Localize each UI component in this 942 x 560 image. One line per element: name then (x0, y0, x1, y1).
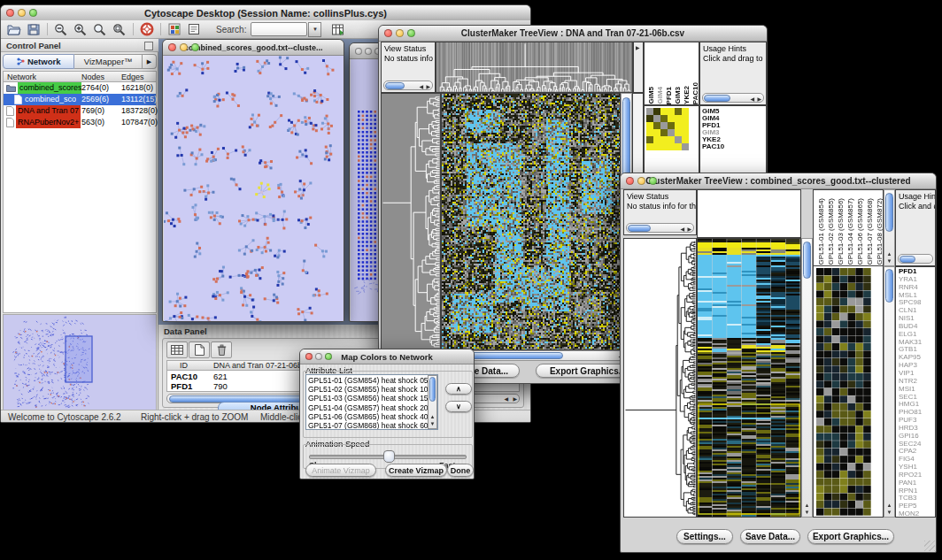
genes-vscrollbar[interactable] (884, 266, 895, 518)
table-cell-value[interactable]: 621 (213, 372, 228, 381)
save-session-button[interactable] (24, 22, 43, 37)
minimize-button[interactable] (18, 9, 26, 17)
column-label[interactable]: GPL51-08 (GSM872) (876, 198, 884, 265)
network1-titlebar[interactable]: combined_scores_good.txt--cluste... (163, 40, 344, 56)
slider-thumb[interactable] (383, 450, 395, 463)
column-header-network[interactable]: Network (7, 73, 36, 81)
column-label[interactable]: GPL51-02 (GSM855) (827, 198, 835, 265)
dialog-titlebar[interactable]: Map Colors to Network (300, 349, 474, 364)
table-cell-value[interactable]: 790 (213, 381, 228, 391)
gene-label[interactable]: MON2 (899, 510, 935, 518)
usage-hints-scrollbar[interactable] (702, 93, 764, 103)
network-row-selected[interactable]: combined_sco 2569(6) 13112(15) (4, 94, 156, 105)
row-dendrogram-canvas[interactable] (623, 238, 697, 518)
column-label[interactable]: GPL51-03 (GSM856) (837, 198, 845, 265)
zoom-window-button[interactable] (29, 9, 37, 17)
attribute-list-item[interactable]: GPL51-01 (GSM854) heat shock 05 min (308, 376, 436, 385)
heatmap-vscrollbar[interactable] (801, 238, 813, 518)
gene-labels-panel[interactable]: PFD1YRA1RNR4MSL1SPC98CLN1NIS1BUD4ELG1MAK… (895, 266, 936, 518)
close-button[interactable] (6, 9, 14, 17)
treeview1-titlebar[interactable]: ClusterMaker TreeView : DNA and Tran 07-… (379, 26, 767, 42)
table-cell-id[interactable]: PAC10 (171, 372, 197, 381)
zoom-heatmap-canvas[interactable] (816, 268, 871, 516)
column-label[interactable]: GPL51-07 (GSM868) (866, 198, 874, 265)
zoom-out-icon[interactable] (51, 22, 71, 37)
column-tree-area[interactable] (697, 189, 801, 238)
tab-network[interactable]: Network (3, 54, 74, 69)
treeview2-titlebar[interactable]: ClusterMaker TreeView : combined_scores_… (621, 173, 936, 189)
network-row-rnapuber[interactable]: RNAPuberNov2+ 563(0) 107847(0) (4, 117, 156, 128)
column-labels-panel[interactable]: GPL51-01 (GSM854)GPL51-02 (GSM855)GPL51-… (813, 189, 884, 266)
animate-vizmap-button[interactable]: Animate Vizmap (305, 464, 376, 477)
new-attribute-icon[interactable] (189, 341, 210, 358)
delete-attribute-icon[interactable] (211, 341, 232, 358)
move-up-button[interactable]: ∧ (445, 383, 472, 395)
column-label[interactable]: GPL51-06 (GSM865) (856, 198, 864, 265)
close-button[interactable] (305, 353, 313, 360)
search-dropdown-button[interactable]: ▼ (308, 22, 321, 37)
create-vizmap-button[interactable]: Create Vizmap (385, 464, 447, 477)
column-label[interactable]: YKE2 (683, 86, 691, 104)
network-view-canvas[interactable] (164, 56, 344, 322)
tab-overflow-button[interactable]: ▶ (143, 54, 157, 69)
network-row-combined-scores[interactable]: combined_scores 2764(0) 16218(0) (4, 82, 156, 94)
minimize-button[interactable] (637, 177, 645, 185)
column-header-attribute[interactable]: DNA and Tran 07-21-06b (213, 361, 302, 370)
save-data-button[interactable]: Save Data... (740, 529, 800, 544)
column-label[interactable]: GPL51-04 (GSM857) (846, 198, 854, 265)
attribute-list-item[interactable]: GPL51-06 (GSM865) heat shock 40 min (308, 412, 436, 421)
column-label[interactable]: PFD1 (665, 87, 673, 104)
labels-vscrollbar[interactable] (884, 189, 895, 266)
attribute-list-item[interactable]: GPL51-03 (GSM856) heat shock 15 min (308, 394, 436, 403)
zoom-selected-icon[interactable] (90, 22, 110, 37)
attribute-listbox[interactable]: GPL51-01 (GSM854) heat shock 05 minGPL51… (305, 374, 438, 430)
minimize-button[interactable] (315, 353, 322, 360)
search-input[interactable] (251, 22, 307, 36)
row-dendrogram-canvas[interactable] (381, 93, 441, 350)
attribute-list-item[interactable]: GPL51-04 (GSM857) heat shock 20 min (308, 403, 436, 412)
open-session-button[interactable] (4, 22, 24, 37)
birdseye-overview-canvas[interactable] (3, 314, 157, 411)
attribute-list-item[interactable]: GPL51-07 (GSM868) heat shock 60 min (308, 421, 436, 430)
help-lifering-icon[interactable] (137, 22, 157, 37)
view-status-scrollbar[interactable] (383, 81, 433, 90)
import-table-icon[interactable] (328, 22, 348, 37)
main-heatmap-canvas[interactable] (697, 238, 801, 518)
close-button[interactable] (384, 29, 392, 37)
settings-button[interactable]: Settings... (676, 529, 733, 544)
column-label[interactable]: PAC10 (691, 82, 699, 104)
attribute-select-icon[interactable] (166, 341, 188, 358)
zoom-window-button[interactable] (407, 29, 415, 37)
zoom-heatmap-canvas[interactable] (646, 108, 689, 150)
zoom-fit-icon[interactable] (110, 22, 129, 37)
usage-hints-scrollbar[interactable] (898, 254, 933, 264)
column-header-nodes[interactable]: Nodes (81, 73, 104, 81)
animation-speed-slider[interactable] (309, 450, 465, 461)
column-label[interactable]: GIM4 (656, 87, 664, 104)
close-button[interactable] (626, 177, 634, 185)
column-header-id[interactable]: ID (180, 361, 188, 370)
listbox-scrollbar[interactable] (428, 375, 437, 429)
zoom-window-button[interactable] (191, 43, 199, 51)
vizmapper-icon[interactable] (165, 22, 184, 37)
minimize-button[interactable] (180, 43, 188, 51)
column-label[interactable]: GIM5 (647, 87, 655, 104)
column-header-edges[interactable]: Edges (121, 73, 144, 81)
row-label[interactable]: PAC10 (702, 143, 766, 150)
network-row-dna-tran[interactable]: DNA and Tran 07 769(0) 183728(0) (4, 105, 156, 117)
zoom-in-icon[interactable] (71, 22, 90, 37)
column-label[interactable]: GPL51-01 (GSM854) (817, 198, 825, 265)
zoom-window-button[interactable] (649, 177, 657, 185)
export-graphics-button[interactable]: Export Graphics... (807, 529, 894, 544)
float-panel-icon[interactable] (144, 42, 153, 50)
minimize-button[interactable] (396, 29, 404, 37)
tree-splitter-strip[interactable] (633, 42, 644, 93)
column-labels-panel[interactable]: GIM5GIM4PFD1GIM3YKE2PAC10 (644, 42, 699, 105)
tab-vizmapper[interactable]: VizMapper™ (74, 54, 143, 69)
zoom-window-button[interactable] (325, 353, 332, 360)
column-dendrogram-canvas[interactable] (436, 42, 633, 93)
column-label[interactable]: GIM3 (674, 87, 682, 104)
view-status-scrollbar[interactable] (626, 223, 694, 233)
minimize-button[interactable] (365, 48, 372, 55)
main-titlebar[interactable]: Cytoscape Desktop (Session Name: collins… (1, 5, 530, 21)
